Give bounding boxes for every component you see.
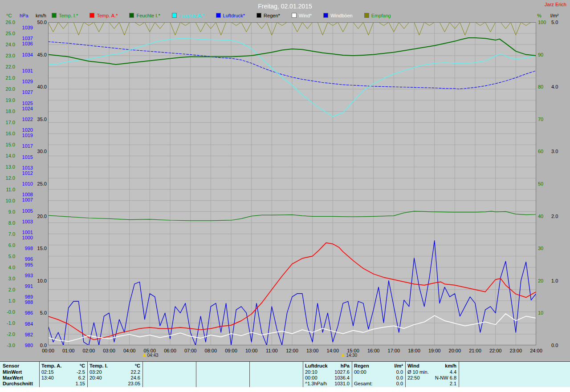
stats-group-unit: hPa — [305, 363, 350, 369]
axis-tick-time: 17:00 — [385, 348, 403, 353]
axis-tick-time: 00:00 — [39, 348, 57, 353]
stats-cell-value: 1031.0 — [305, 381, 350, 387]
axis-tick-degc: 15.0 — [1, 142, 15, 147]
axis-tick-time: 20:00 — [446, 348, 464, 353]
legend-item: Empfang — [364, 13, 391, 18]
axis-tick-time: 06:00 — [161, 348, 179, 353]
stats-divider — [249, 362, 250, 387]
axis-tick-kmh: 10.0 — [33, 278, 47, 283]
axis-tick-degc: 6.0 — [1, 242, 15, 248]
axis-tick-time: 07:00 — [182, 348, 200, 353]
axis-tick-hpa: 993 — [18, 273, 33, 278]
weather-station-window: Freitag, 02.01.2015 Jarz Erich °C hPa km… — [0, 0, 570, 392]
axis-tick-time: 21:00 — [466, 348, 484, 353]
axis-tick-degc: 21.0 — [1, 75, 15, 81]
axis-tick-percent: 30 — [538, 246, 549, 251]
axis-tick-kmh: 15.0 — [33, 246, 47, 251]
axis-tick-time: 16:00 — [365, 348, 383, 353]
legend-swatch-icon — [129, 13, 134, 18]
axis-tick-degc: -0.0 — [1, 309, 15, 315]
axis-tick-degc: 17.0 — [1, 120, 15, 125]
stats-cell-value: 0.0 — [354, 369, 403, 375]
legend-item: Wind* — [292, 13, 312, 18]
legend-label: Temp. I.* — [59, 13, 78, 18]
axis-tick-time: 09:00 — [222, 348, 240, 353]
page-title: Freitag, 02.01.2015 — [0, 3, 570, 10]
stats-cell-value: 0.0 — [354, 381, 403, 387]
axis-tick-kmh: 50.0 — [33, 20, 47, 25]
axis-tick-percent: 80 — [538, 84, 549, 89]
stats-cell-value: 0.0 — [354, 375, 403, 381]
axis-tick-time: 14:00 — [324, 348, 342, 353]
axis-tick-time: 02:00 — [80, 348, 98, 353]
axis-tick-hpa: 1010 — [18, 181, 33, 186]
axis-tick-hpa: 986 — [18, 310, 33, 315]
sun-marker: 04:43 — [142, 353, 159, 358]
axis-tick-lm2: 1.0 — [551, 278, 565, 283]
stats-divider — [405, 362, 406, 387]
legend-item: Luftdruck* — [216, 13, 245, 18]
axis-tick-percent: 90 — [538, 52, 549, 57]
stats-cell-value: 24.6 — [90, 375, 140, 381]
stats-group-unit: °C — [90, 363, 140, 369]
axis-tick-time: 18:00 — [405, 348, 423, 353]
sun-marker: 14:30 — [341, 353, 357, 358]
axis-tick-degc: 4.0 — [1, 265, 15, 270]
unit-hpa-label: hPa — [20, 13, 28, 18]
legend-swatch-icon — [256, 13, 261, 18]
legend-swatch-icon — [52, 13, 57, 18]
legend-label: Windböen — [330, 13, 353, 18]
axis-tick-time: 10:00 — [243, 348, 261, 353]
axis-tick-degc: 10.0 — [1, 198, 15, 203]
axis-tick-hpa: 1037 — [18, 36, 33, 41]
axis-tick-hpa: 1015 — [18, 154, 33, 160]
axis-tick-degc: 23.0 — [1, 53, 15, 58]
marker-triangle-icon — [341, 353, 345, 357]
stats-cell-value: -2.5 — [41, 369, 85, 375]
legend-item: Regen* — [256, 13, 280, 18]
axis-tick-kmh: 5.0 — [33, 310, 47, 315]
axis-tick-lm2: 3.0 — [551, 149, 565, 154]
axis-tick-percent: 100 — [538, 20, 549, 25]
axis-tick-hpa: 1020 — [18, 127, 33, 133]
stats-row-label: Durchschnitt — [3, 381, 38, 387]
axis-tick-kmh: 45.0 — [33, 52, 47, 57]
axis-tick-hpa: 996 — [18, 256, 33, 262]
axis-tick-kmh: 40.0 — [33, 84, 47, 89]
stats-cell-value: 1027.6 — [305, 369, 350, 375]
stats-divider — [352, 362, 352, 387]
axis-tick-hpa: 1039 — [18, 25, 33, 30]
axis-tick-lm2: 4.0 — [551, 84, 565, 89]
legend-swatch-icon — [364, 13, 369, 18]
axis-tick-degc: 25.0 — [1, 31, 15, 36]
stats-cell-value: 4.4 — [407, 369, 456, 375]
axis-tick-degc: 7.0 — [1, 231, 15, 237]
legend-swatch-icon — [323, 13, 328, 18]
axis-tick-degc: -2.0 — [1, 331, 15, 337]
axis-tick-degc: -3.0 — [1, 343, 15, 348]
axis-tick-percent: 20 — [538, 278, 549, 283]
axis-tick-hpa: 991 — [18, 283, 33, 289]
marker-time: 04:43 — [147, 353, 159, 358]
legend-item: Temp. A.* — [90, 13, 118, 18]
axis-tick-kmh: 35.0 — [33, 117, 47, 122]
stats-divider — [39, 362, 40, 387]
marker-time: 14:30 — [346, 353, 357, 358]
stats-group-unit: °C — [41, 363, 85, 369]
axis-tick-degc: 20.0 — [1, 86, 15, 92]
axis-tick-degc: 9.0 — [1, 209, 15, 214]
axis-tick-time: 13:00 — [304, 348, 322, 353]
stats-cell-value: 2.1 — [407, 381, 456, 387]
legend-swatch-icon — [216, 13, 221, 18]
axis-tick-time: 12:00 — [283, 348, 301, 353]
axis-tick-time: 11:00 — [263, 348, 281, 353]
axis-tick-hpa: 988 — [18, 299, 33, 305]
axis-tick-lm2: 2.0 — [551, 214, 565, 219]
axis-tick-kmh: 30.0 — [33, 149, 47, 154]
axis-tick-hpa: 1003 — [18, 219, 33, 224]
legend-swatch-icon — [172, 13, 177, 18]
stats-row-label: MinWert — [3, 369, 38, 375]
axis-tick-hpa: 998 — [18, 246, 33, 251]
axis-tick-hpa: 1005 — [18, 208, 33, 214]
axis-tick-hpa: 1025 — [18, 101, 33, 106]
